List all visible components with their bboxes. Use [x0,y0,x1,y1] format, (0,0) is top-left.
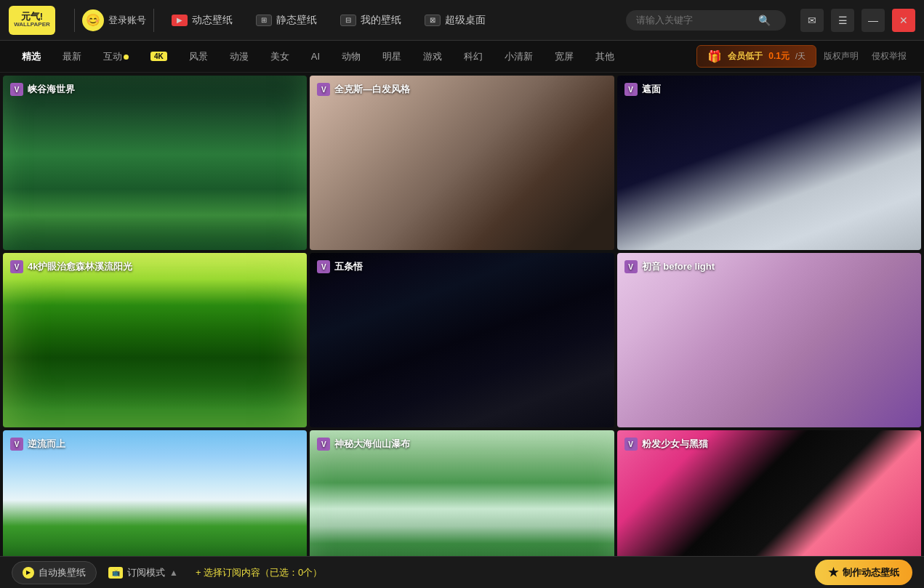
v-badge-7: V [10,438,23,451]
interactive-badge-dot [124,55,129,60]
v-badge-5: V [317,260,330,273]
auto-wallpaper-label: 自动换壁纸 [39,566,86,579]
subnav: 精选 最新 互动 4K 风景 动漫 美女 AI 动物 明星 游戏 科幻 小清新 … [0,41,924,73]
subnav-games[interactable]: 游戏 [413,46,452,68]
grid-item-label-4: V4k护眼治愈森林溪流阳光 [10,260,132,273]
tab-static[interactable]: ⊞ 静态壁纸 [246,9,327,31]
report-button[interactable]: 侵权举报 [866,47,912,65]
grid-item-label-1: V峡谷海世界 [10,83,75,96]
logo-line1: 元气! [21,12,43,22]
header-actions: ✉ ☰ — ✕ [800,9,915,32]
v-badge-1: V [10,83,23,96]
play-icon: ▶ [23,567,34,579]
subnav-animals[interactable]: 动物 [332,46,371,68]
subscribe-label: 订阅模式 [127,566,165,579]
minimize-button[interactable]: — [861,9,885,32]
logo: 元气! WALLPAPER [9,6,55,35]
subnav-widescreen[interactable]: 宽屏 [545,46,584,68]
grid-item-title-4: 4k护眼治愈森林溪流阳光 [28,260,132,273]
search-input[interactable] [636,15,752,25]
make-wallpaper-button[interactable]: ★ 制作动态壁纸 [815,560,912,585]
tab-dynamic[interactable]: ▶ 动态壁纸 [161,9,243,31]
subnav-ai[interactable]: AI [301,47,330,66]
select-content-button[interactable]: + 选择订阅内容（已选：0个） [196,566,322,579]
v-badge-4: V [10,260,23,273]
tab-mine[interactable]: ⊟ 我的壁纸 [330,9,411,31]
search-icon[interactable]: 🔍 [758,15,771,26]
search-box: 🔍 [626,10,786,31]
subnav-interactive-label: 互动 [103,51,122,62]
auto-wallpaper-button[interactable]: ▶ 自动换壁纸 [12,561,97,584]
grid-item-title-8: 神秘大海仙山瀑布 [334,438,410,451]
tab-mine-label: 我的壁纸 [361,14,401,27]
subnav-other[interactable]: 其他 [585,46,624,68]
header-divider [74,9,75,32]
v-badge-3: V [624,83,638,96]
v-badge-9: V [624,438,638,451]
vip-unit: /天 [795,51,806,62]
grid-item-title-9: 粉发少女与黑猫 [642,438,708,451]
bottom-bar: ▶ 自动换壁纸 📺 订阅模式 ▲ + 选择订阅内容（已选：0个） ★ 制作动态壁… [0,556,924,588]
grid-item-title-1: 峡谷海世界 [28,83,75,96]
avatar-icon: 😊 [82,9,104,31]
grid-item-4[interactable]: V4k护眼治愈森林溪流阳光 [3,253,307,427]
make-wallpaper-label: 制作动态壁纸 [843,566,899,579]
header-divider2 [153,9,154,32]
grid-item-title-2: 全克斯—白发风格 [334,83,410,96]
vip-banner[interactable]: 🎁 会员低于 0.1元 /天 [696,45,816,68]
close-button[interactable]: ✕ [892,9,915,32]
subnav-4k[interactable]: 4K [140,47,177,65]
mine-icon: ⊟ [340,15,356,26]
subnav-scifi[interactable]: 科幻 [454,46,493,68]
login-text: 登录账号 [108,14,146,27]
v-badge-6: V [624,260,638,273]
star-icon: ★ [828,565,838,579]
header: 元气! WALLPAPER 😊 登录账号 ▶ 动态壁纸 ⊞ 静态壁纸 ⊟ 我的壁… [0,0,924,41]
vip-price: 0.1元 [768,50,790,63]
v-badge-8: V [317,438,330,451]
subnav-featured[interactable]: 精选 [12,46,51,68]
grid-item-3[interactable]: V遮面 [617,76,921,250]
chevron-up-icon: ▲ [169,568,178,578]
tab-static-label: 静态壁纸 [276,14,317,27]
grid-item-5[interactable]: V五条悟 [310,253,614,427]
tab-super[interactable]: ⊠ 超级桌面 [414,9,496,31]
grid-item-label-6: V初音 before light [624,260,715,273]
static-icon: ⊞ [256,15,272,26]
vip-text: 会员低于 [728,50,763,63]
nav-tabs: ▶ 动态壁纸 ⊞ 静态壁纸 ⊟ 我的壁纸 ⊠ 超级桌面 [161,9,617,31]
subnav-celebrities[interactable]: 明星 [372,46,411,68]
grid-item-label-9: V粉发少女与黑猫 [624,438,708,451]
logo-line2: WALLPAPER [14,22,50,28]
grid-item-1[interactable]: V峡谷海世界 [3,76,307,250]
grid-item-title-6: 初音 before light [642,260,715,273]
subnav-scenery[interactable]: 风景 [179,46,218,68]
subnav-anime[interactable]: 动漫 [220,46,259,68]
grid-item-title-5: 五条悟 [334,260,363,273]
grid-item-title-7: 逆流而上 [28,438,65,451]
grid-item-label-5: V五条悟 [317,260,363,273]
v-badge-2: V [317,83,330,96]
grid-item-label-8: V神秘大海仙山瀑布 [317,438,410,451]
login-button[interactable]: 😊 登录账号 [82,9,146,31]
grid-item-6[interactable]: V初音 before light [617,253,921,427]
copyright-button[interactable]: 版权声明 [818,47,864,65]
subnav-beauty[interactable]: 美女 [260,46,300,68]
grid-item-title-3: 遮面 [642,83,661,96]
subnav-latest[interactable]: 最新 [52,46,92,68]
tab-dynamic-label: 动态壁纸 [192,14,233,27]
dynamic-icon: ▶ [172,15,188,26]
subnav-interactive[interactable]: 互动 [93,46,139,68]
subnav-minimal[interactable]: 小清新 [494,46,543,68]
subscribe-button[interactable]: 📺 订阅模式 ▲ [108,566,178,579]
4k-badge: 4K [150,52,167,61]
grid-item-2[interactable]: V全克斯—白发风格 [310,76,614,250]
grid-item-label-2: V全克斯—白发风格 [317,83,410,96]
mail-button[interactable]: ✉ [800,9,824,32]
tab-super-label: 超级桌面 [445,14,486,27]
grid-item-label-3: V遮面 [624,83,661,96]
menu-button[interactable]: ☰ [831,9,854,32]
subscribe-icon: 📺 [108,567,123,579]
logo-area: 元气! WALLPAPER [9,6,55,35]
grid-item-label-7: V逆流而上 [10,438,65,451]
